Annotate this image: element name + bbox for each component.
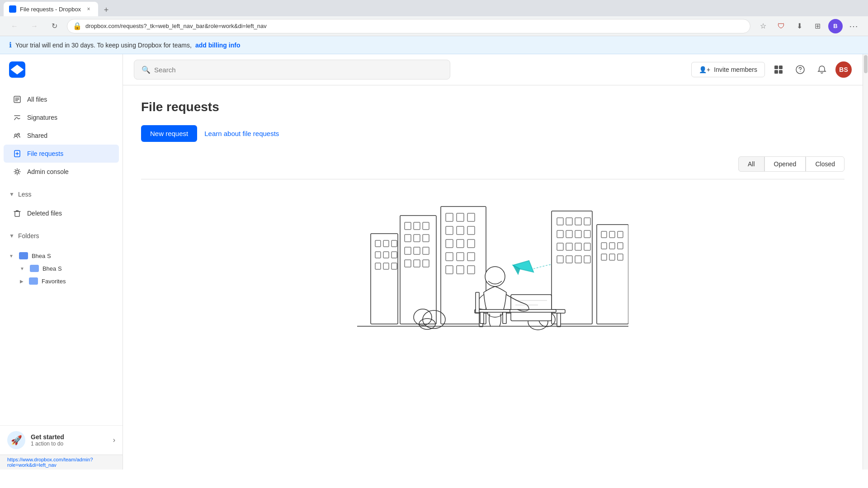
folder-bhea-s-root[interactable]: ▼ Bhea S: [0, 249, 123, 262]
sidebar-item-file-requests[interactable]: File requests: [4, 145, 119, 163]
svg-rect-10: [779, 70, 783, 74]
page-actions: New request Learn about file requests: [141, 125, 844, 142]
svg-rect-69: [597, 225, 628, 324]
tab-title: File requests - Dropbox: [20, 6, 81, 13]
status-bar: https://www.dropbox.com/team/admin?role=…: [0, 455, 123, 469]
svg-rect-88: [506, 310, 556, 312]
svg-rect-23: [400, 216, 436, 324]
tab-favicon: [9, 5, 16, 13]
empty-state-illustration: [357, 197, 628, 342]
svg-rect-96: [476, 292, 479, 313]
files-icon: [13, 95, 22, 104]
folder-name: Bhea S: [42, 265, 62, 272]
filter-bar: All Opened Closed: [141, 156, 844, 172]
sidebar-item-label: Deleted files: [27, 210, 62, 217]
folder-favorites[interactable]: ▶ Favorites: [0, 275, 123, 287]
sidebar-item-deleted-files[interactable]: Deleted files: [4, 204, 119, 222]
search-input[interactable]: [154, 66, 443, 74]
folder-icon: [29, 277, 38, 285]
sidebar-navigation: All files Signatures Shared: [0, 87, 123, 425]
sidebar-item-shared[interactable]: Shared: [4, 127, 119, 145]
folders-section-header: ▼ Folders: [0, 226, 123, 246]
apps-grid-button[interactable]: [770, 61, 787, 78]
billing-link[interactable]: add billing info: [195, 42, 241, 49]
active-tab[interactable]: File requests - Dropbox ×: [4, 2, 98, 16]
svg-point-5: [16, 170, 19, 173]
trash-icon: [13, 209, 22, 218]
rocket-icon: 🚀: [7, 431, 25, 449]
invite-btn-label: Invite members: [714, 66, 757, 73]
empty-state: [141, 179, 844, 360]
admin-icon: [13, 167, 22, 176]
svg-point-91: [485, 267, 505, 286]
new-request-button[interactable]: New request: [141, 125, 197, 142]
svg-rect-13: [371, 234, 398, 324]
svg-point-3: [18, 133, 19, 135]
svg-rect-9: [774, 70, 778, 74]
more-button[interactable]: ⋯: [846, 19, 861, 33]
chevron-down-icon: ▼: [9, 253, 14, 258]
folder-icon: [19, 252, 28, 259]
main-header: 🔍 👤+ Invite members BS: [123, 54, 863, 85]
learn-about-link[interactable]: Learn about file requests: [204, 130, 279, 137]
filter-closed-button[interactable]: Closed: [806, 156, 844, 172]
folder-bhea-s-sub[interactable]: ▼ Bhea S: [0, 262, 123, 275]
folder-name: Bhea S: [32, 253, 51, 259]
url-bar[interactable]: 🔒 dropbox.com/requests?_tk=web_left_nav_…: [67, 19, 750, 33]
folder-name: Favorites: [42, 278, 66, 285]
profiles-button[interactable]: ⊞: [810, 19, 825, 33]
downloads-button[interactable]: ⬇: [792, 19, 807, 33]
sidebar-item-signatures[interactable]: Signatures: [4, 108, 119, 127]
sidebar-logo-area: [0, 54, 123, 87]
notification-banner: ℹ Your trial will end in 30 days. To kee…: [0, 36, 868, 54]
status-url: https://www.dropbox.com/team/admin?role=…: [7, 457, 93, 468]
svg-point-12: [800, 71, 801, 72]
sidebar-item-admin-console[interactable]: Admin console: [4, 163, 119, 181]
less-toggle[interactable]: ▼ Less: [9, 188, 113, 201]
main-content: 🔍 👤+ Invite members BS: [123, 54, 863, 469]
person-plus-icon: 👤+: [699, 66, 710, 73]
svg-rect-86: [557, 313, 561, 327]
app-layout: All files Signatures Shared: [0, 54, 868, 469]
sidebar-item-label: Admin console: [27, 168, 69, 175]
less-section: ▼ Less: [0, 184, 123, 204]
folders-label: Folders: [18, 232, 39, 239]
folders-toggle[interactable]: ▼ Folders: [9, 230, 113, 242]
invite-members-button[interactable]: 👤+ Invite members: [691, 62, 765, 77]
notifications-button[interactable]: [814, 61, 830, 78]
shared-icon: [13, 131, 22, 140]
user-avatar[interactable]: BS: [835, 61, 852, 78]
help-button[interactable]: [792, 61, 808, 78]
filter-all-button[interactable]: All: [738, 156, 764, 172]
chevron-right-icon: ▶: [20, 279, 24, 284]
address-bar: ← → ↻ 🔒 dropbox.com/requests?_tk=web_lef…: [0, 16, 868, 36]
sidebar-item-all-files[interactable]: All files: [4, 90, 119, 108]
tab-bar: File requests - Dropbox × +: [0, 0, 868, 16]
svg-rect-8: [779, 66, 783, 69]
forward-button[interactable]: →: [27, 19, 42, 33]
header-actions: 👤+ Invite members BS: [691, 61, 852, 78]
sidebar: All files Signatures Shared: [0, 54, 123, 469]
tab-close-button[interactable]: ×: [85, 5, 93, 13]
sidebar-item-label: Signatures: [27, 114, 57, 121]
bookmark-button[interactable]: ☆: [756, 19, 770, 33]
filter-opened-button[interactable]: Opened: [764, 156, 806, 172]
url-text: dropbox.com/requests?_tk=web_left_nav_ba…: [85, 23, 745, 29]
notification-text: Your trial will end in 30 days. To keep …: [15, 42, 192, 49]
get-started-panel[interactable]: 🚀 Get started 1 action to do ›: [0, 425, 123, 455]
scroll-thumb[interactable]: [864, 55, 868, 73]
new-tab-button[interactable]: +: [100, 4, 113, 16]
get-started-text: Get started 1 action to do: [31, 433, 108, 447]
back-button[interactable]: ←: [7, 19, 22, 33]
refresh-button[interactable]: ↻: [47, 19, 61, 33]
chevron-down-icon: ▼: [20, 266, 24, 271]
right-scrollbar[interactable]: [863, 54, 868, 469]
extensions-button[interactable]: 🛡: [774, 19, 788, 33]
sidebar-item-label: All files: [27, 96, 47, 103]
dropbox-logo[interactable]: [9, 61, 25, 78]
svg-rect-6: [15, 211, 19, 216]
chrome-profile-button[interactable]: B: [828, 19, 843, 33]
search-bar[interactable]: 🔍: [134, 60, 450, 80]
avatar-initials: BS: [839, 66, 848, 73]
svg-rect-94: [480, 312, 484, 324]
